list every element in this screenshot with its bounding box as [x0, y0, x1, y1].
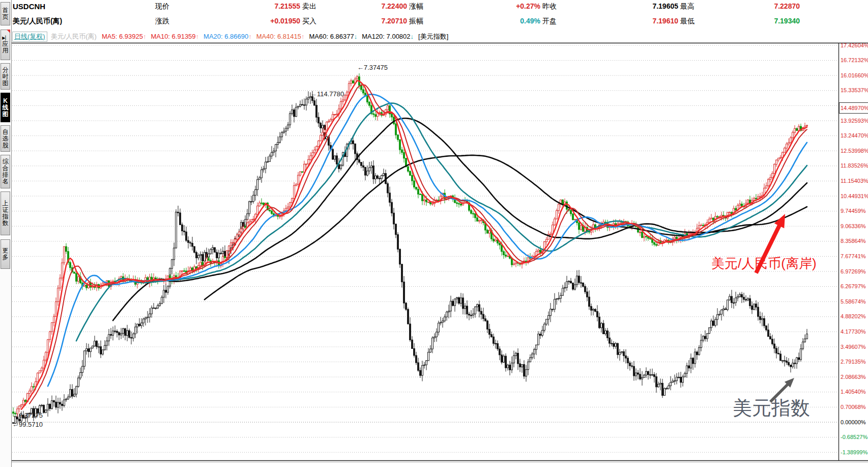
sidebar-item-label: 上证指数 — [2, 200, 9, 227]
axis-tick-label: 0.70068% — [841, 404, 868, 410]
arrow-down-icon: ↓ — [354, 33, 358, 40]
ma-legend-ma60: MA60: 6.86377↓ — [309, 33, 357, 40]
ma-value: MA5: 6.93925 — [102, 33, 143, 40]
axis-tick-label: -1.38999% — [841, 449, 868, 456]
axis-tick-label: 1.40540% — [841, 389, 868, 395]
axis-tick-label: 13.92593% — [841, 118, 868, 124]
axis-tick-label: 11.83526% — [841, 162, 868, 169]
usdcnh-start-annotation: ←6.37275 — [12, 411, 43, 419]
axis-tick-label: 9.74459% — [841, 208, 868, 214]
ma-value: MA40: 6.81415 — [256, 33, 301, 40]
sidebar-item-label: 自选股 — [2, 129, 9, 149]
current-price-marker: 14.48970% — [839, 102, 868, 114]
ma-legend-ma20: MA20: 6.86690↑ — [204, 33, 252, 40]
usdcnh-peak-annotation: ←7.37475 — [357, 64, 388, 71]
axis-tick-label: 15.33537% — [841, 87, 868, 94]
notification-corner-icon — [7, 30, 10, 33]
arrow-up-icon: ↑ — [196, 33, 199, 40]
dxy-peak-annotation: ←114.7780 — [310, 90, 344, 98]
ma-value: MA10: 6.91359 — [151, 33, 195, 40]
dxy-start-annotation: ←99.5710 — [12, 421, 43, 428]
axis-tick-label: 0.00000% — [841, 419, 868, 426]
axis-tick-label: 2.79135% — [841, 359, 868, 365]
axis-tick-label: 16.01660% — [841, 72, 868, 79]
axis-tick-label: 11.15403% — [841, 178, 868, 184]
axis-tick-label: 8.35864% — [841, 238, 868, 244]
axis-tick-label: 13.24470% — [841, 132, 868, 139]
axis-tick-label: 17.42604% — [841, 42, 868, 49]
sidebar-item-label: 更多 — [2, 248, 9, 261]
ma-line-ma10 — [30, 85, 807, 404]
usdcnh-series-label: 美元/人民币(离岸) — [711, 257, 817, 270]
sidebar-item-3[interactable]: 分时图 — [1, 63, 10, 90]
axis-tick-label: -0.68527% — [841, 434, 868, 441]
axis-tick-label: 3.49607% — [841, 344, 868, 350]
arrow-down-icon: ↓ — [411, 33, 414, 40]
sidebar-item-7[interactable]: 上证指数 — [1, 191, 10, 235]
axis-tick-label: 5.58674% — [841, 298, 868, 305]
axis-tick-label: 7.67741% — [841, 253, 868, 260]
ma-value: MA120: 7.00802 — [362, 33, 410, 40]
sidebar-item-label: 应用 — [2, 41, 9, 54]
left-sidebar: 首页▶▏应用分时图K线图自选股综合排名上证指数更多 — [0, 0, 12, 467]
ma-line-ma20 — [48, 94, 807, 386]
series-name-label: 美元/人民币(离) — [51, 32, 97, 41]
axis-tick-label: 4.17730% — [841, 328, 868, 335]
axis-tick-label: 6.26797% — [841, 283, 868, 290]
axis-tick-label: 2.08663% — [841, 374, 868, 380]
ma-legend-ma40: MA40: 6.81415↑ — [256, 33, 305, 40]
ma-legend-ma120: MA120: 7.00802↓ — [362, 33, 414, 40]
overlay-series-label: [美元指数] — [418, 32, 448, 41]
dxy-series-label: 美元指数 — [733, 398, 810, 418]
axis-tick-label: 9.06336% — [841, 223, 868, 230]
sidebar-item-label: 首页 — [2, 7, 9, 20]
sidebar-item-2[interactable]: ▶▏应用 — [1, 30, 10, 60]
sidebar-item-6[interactable]: 综合排名 — [1, 155, 10, 188]
sidebar-item-label: 分时图 — [2, 67, 9, 87]
ma-legend-ma5: MA5: 6.93925↑ — [102, 33, 146, 40]
trading-terminal-window: 首页▶▏应用分时图K线图自选股综合排名上证指数更多 USDCNH 美元/人民币(… — [0, 0, 868, 467]
sidebar-item-5[interactable]: 自选股 — [1, 125, 10, 152]
ma-legend-ma10: MA10: 6.91359↑ — [151, 33, 199, 40]
play-pause-icon: ▶▏ — [2, 36, 8, 40]
axis-tick-label: 12.53998% — [841, 148, 868, 154]
ma-value: MA60: 6.86377 — [309, 33, 354, 40]
axis-tick-label: 6.97269% — [841, 268, 868, 275]
sidebar-item-label: 综合排名 — [2, 158, 9, 185]
plot-area[interactable] — [13, 73, 808, 425]
sidebar-item-label: K线图 — [2, 98, 9, 118]
axis-tick-label: 10.44931% — [841, 193, 868, 200]
ma-value: MA20: 6.86690 — [204, 33, 248, 40]
sidebar-item-4[interactable]: K线图 — [1, 93, 10, 122]
arrow-up-icon: ↑ — [143, 33, 147, 40]
sidebar-item-1[interactable]: 首页 — [1, 2, 10, 25]
sidebar-item-8[interactable]: 更多 — [1, 239, 10, 269]
arrow-up-icon: ↑ — [301, 33, 305, 40]
arrow-up-icon: ↑ — [248, 33, 252, 40]
axis-tick-label: 4.88202% — [841, 313, 868, 320]
axis-tick-label: 16.72132% — [841, 57, 868, 64]
ma-line-ma5 — [21, 80, 807, 409]
period-selector[interactable]: 日线(复权) — [12, 32, 47, 42]
ma-legend-bar: 日线(复权)美元/人民币(离)MA5: 6.93925↑MA10: 6.9135… — [12, 31, 448, 42]
